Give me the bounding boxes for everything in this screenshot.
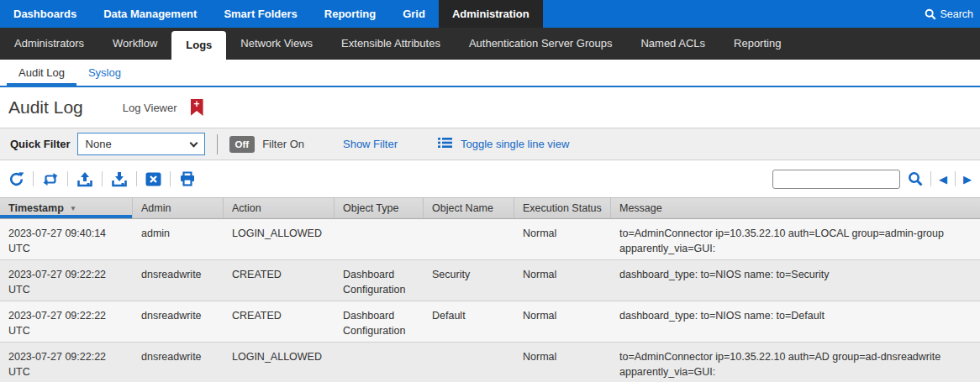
cell-object-name: Default [424,301,514,342]
table-row[interactable]: 2023-07-27 09:40:14 UTC admin LOGIN_ALLO… [0,219,980,260]
nav-item-reporting[interactable]: Reporting [311,0,389,28]
cell-message: dashboard_type: to=NIOS name: to=Securit… [611,260,980,301]
cell-admin: dnsreadwrite [133,301,224,342]
subnav-item-workflow[interactable]: Workflow [98,28,171,60]
toolbar-separator [930,171,931,186]
cell-action: CREATED [224,301,335,342]
table-search-input[interactable] [772,170,900,189]
show-filter-link[interactable]: Show Filter [343,138,398,150]
cell-action: CREATED [224,260,335,301]
divider [217,134,218,154]
cell-admin: dnsreadwrite [133,260,224,301]
nav-item-grid[interactable]: Grid [389,0,439,28]
quick-filter-selected-value: None [86,138,112,150]
toolbar-separator [136,171,137,186]
upload-icon[interactable] [76,171,93,187]
cell-execution-status: Normal [514,219,611,259]
chevron-down-icon [189,139,198,147]
column-header-timestamp[interactable]: Timestamp ▼ [0,198,133,218]
page-header: Audit Log Log Viewer [0,87,980,128]
cell-message: to=AdminConnector ip=10.35.22.10 auth=AD… [611,343,980,382]
quick-filter-select[interactable]: None [77,133,205,155]
cell-object-type [335,219,424,259]
cell-object-type: Dashboard Configuration [335,260,424,301]
column-header-action[interactable]: Action [224,198,335,218]
cell-timestamp: 2023-07-27 09:22:22 UTC [0,343,133,382]
cell-object-name [424,219,514,259]
cell-timestamp: 2023-07-27 09:22:22 UTC [0,260,133,301]
table-row[interactable]: 2023-07-27 09:22:22 UTC dnsreadwrite CRE… [0,260,980,301]
pager-next-icon[interactable]: ▶ [963,174,972,185]
toolbar-separator [170,171,171,186]
column-header-object-type[interactable]: Object Type [335,198,424,218]
tab-syslog[interactable]: Syslog [76,60,133,86]
top-navigation-bar: Dashboards Data Management Smart Folders… [0,0,980,28]
cell-object-name: Security [424,260,514,301]
search-label: Search [940,8,973,20]
cell-timestamp: 2023-07-27 09:40:14 UTC [0,219,133,259]
cell-action: LOGIN_ALLOWED [224,343,335,382]
pager-previous-icon[interactable]: ◀ [939,174,947,185]
refresh-icon[interactable] [8,171,24,187]
tab-audit-log[interactable]: Audit Log [7,60,76,86]
toolbar-separator [33,171,34,186]
cell-timestamp: 2023-07-27 09:22:22 UTC [0,301,133,342]
cell-admin: dnsreadwrite [133,343,224,382]
cell-object-type [335,343,424,382]
subnav-item-named-acls[interactable]: Named ACLs [626,28,719,60]
subnav-item-administrators[interactable]: Administrators [0,28,98,60]
log-viewer-label: Log Viewer [123,102,177,114]
column-header-admin[interactable]: Admin [133,198,224,218]
nav-item-data-management[interactable]: Data Management [90,0,210,28]
log-tabs: Audit Log Syslog [0,60,980,87]
subnav-item-logs[interactable]: Logs [171,31,226,65]
table-search-icon[interactable] [908,171,923,186]
search-icon [925,8,936,20]
toolbar-separator [955,171,956,186]
single-line-view-icon [438,137,452,151]
column-header-execution-status[interactable]: Execution Status [514,198,611,218]
nav-item-smart-folders[interactable]: Smart Folders [210,0,310,28]
toggle-single-line-view-link[interactable]: Toggle single line view [461,138,569,150]
subnav-item-network-views[interactable]: Network Views [226,28,327,60]
sort-desc-icon: ▼ [70,204,76,212]
print-icon[interactable] [179,171,196,186]
download-icon[interactable] [111,171,128,187]
nav-item-administration[interactable]: Administration [439,0,543,28]
global-search-button[interactable]: Search [925,0,973,28]
column-header-object-name[interactable]: Object Name [424,198,514,218]
administration-subnav: Administrators Workflow Logs Network Vie… [0,28,980,60]
filter-on-label: Filter On [262,138,304,150]
filter-toggle-button[interactable]: Off [229,136,256,153]
cell-execution-status: Normal [514,343,611,382]
page-title: Audit Log [8,97,83,118]
nav-item-dashboards[interactable]: Dashboards [0,0,90,28]
toolbar-separator [67,171,68,186]
bookmark-add-icon[interactable] [191,99,203,116]
subnav-item-auth-server-groups[interactable]: Authentication Server Groups [455,28,627,60]
subnav-item-reporting[interactable]: Reporting [719,28,795,60]
audit-log-table-body: 2023-07-27 09:40:14 UTC admin LOGIN_ALLO… [0,219,980,382]
cell-execution-status: Normal [514,260,611,301]
cell-action: LOGIN_ALLOWED [224,219,335,259]
table-row[interactable]: 2023-07-27 09:22:22 UTC dnsreadwrite CRE… [0,301,980,343]
transfer-icon[interactable] [42,172,59,186]
cell-admin: admin [133,219,224,259]
quick-filter-label: Quick Filter [10,138,71,150]
quick-filter-bar: Quick Filter None Off Filter On Show Fil… [0,128,980,160]
cell-object-type: Dashboard Configuration [335,301,424,342]
toolbar-separator [102,171,103,186]
cell-message: dashboard_type: to=NIOS name: to=Default [611,301,980,342]
table-row[interactable]: 2023-07-27 09:22:22 UTC dnsreadwrite LOG… [0,343,980,382]
grid-toolbar: ◀ ▶ [0,160,980,197]
audit-log-table-header: Timestamp ▼ Admin Action Object Type Obj… [0,197,980,219]
cell-execution-status: Normal [514,301,611,342]
cell-message: to=AdminConnector ip=10.35.22.10 auth=LO… [611,219,980,259]
column-header-message[interactable]: Message [611,198,980,218]
subnav-item-extensible-attributes[interactable]: Extensible Attributes [327,28,455,60]
cell-object-name [424,343,514,382]
export-csv-icon[interactable] [145,172,161,186]
